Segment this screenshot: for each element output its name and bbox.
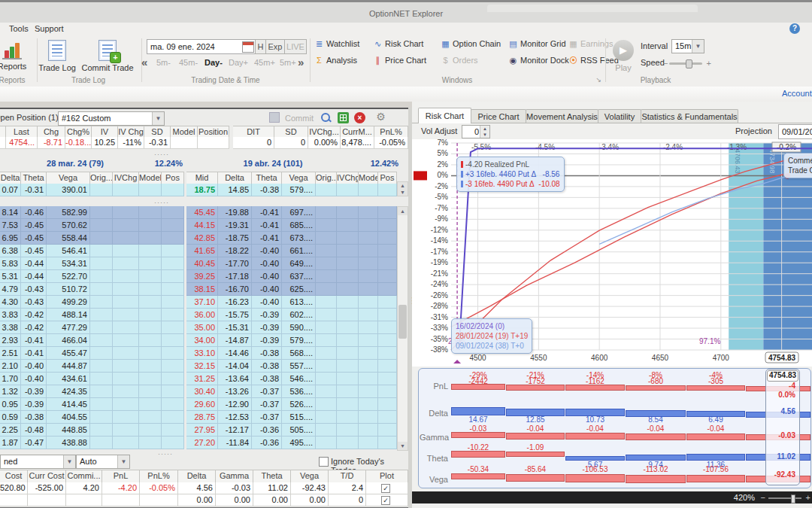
chain-row-left[interactable]: 2.10-0.40444.87 [0, 360, 184, 373]
chain-row-left[interactable]: 0.59-0.38404.55 [0, 411, 184, 424]
chain-row-right[interactable]: 37.10-16.23-0.40613.... [186, 296, 397, 309]
tab-statistics-fundamentals[interactable]: Statistics & Fundamentals [641, 109, 738, 123]
chain-row-left[interactable]: 5.83-0.44534.31 [0, 257, 184, 270]
zoom-slider[interactable] [768, 497, 801, 499]
chain-row-left[interactable]: 8.14-0.46582.99 [0, 206, 184, 219]
tab-risk-chart[interactable]: Risk Chart [418, 108, 471, 123]
export-grid-icon[interactable] [338, 112, 349, 123]
splitter-handle[interactable]: ····· [154, 199, 169, 206]
chain-row-right[interactable]: 29.60-12.90-0.37526.... [186, 398, 397, 411]
scroll-down-icon[interactable]: ▼ [398, 442, 408, 450]
greek-value: -0.04 [693, 424, 738, 433]
chain-row-right[interactable]: 27.95-12.17-0.36505.... [186, 424, 397, 437]
zoom-slider-thumb[interactable] [791, 494, 795, 503]
chain-row-right[interactable]: 32.15-14.04-0.38557.... [186, 360, 397, 373]
menu-item-support[interactable]: Support [32, 24, 67, 33]
scrollbar-thumb[interactable] [398, 305, 407, 339]
chain-row-right[interactable]: 44.15-19.31-0.41685.... [186, 219, 397, 232]
commit-button[interactable]: Commit [269, 112, 314, 123]
chain-row-right[interactable]: 34.00-14.87-0.39579.... [186, 334, 397, 347]
svg-text:-17%: -17% [431, 248, 448, 256]
tab-price-chart[interactable]: Price Chart [471, 109, 526, 123]
vol-adjust-spinner[interactable]: 0 ▲▼ [462, 125, 490, 138]
strategy-select[interactable]: ned ▼ [0, 455, 76, 469]
chain-row-right[interactable]: 33.10-14.46-0.38568.... [186, 347, 397, 360]
position-row-left[interactable]: 0.07-0.31390.01 [0, 184, 184, 196]
table-cell: 404.55 [47, 411, 90, 424]
window-title: OptionNET Explorer [0, 9, 812, 18]
column-header: Model [359, 172, 378, 184]
plot-checkbox[interactable]: ✓ [381, 496, 390, 505]
chain-scrollbar[interactable]: ▲ ▼ [397, 206, 408, 451]
chain-row-left[interactable]: 0.95-0.39414.45 [0, 398, 184, 411]
chain-row-left[interactable]: 3.38-0.42477.29 [0, 321, 184, 334]
tab-volatility[interactable]: Volatility [598, 109, 641, 123]
table-cell: 673.... [282, 232, 316, 245]
plot-checkbox[interactable]: ✓ [381, 484, 390, 493]
chain-row-right[interactable]: 35.00-15.31-0.39590.... [186, 321, 397, 334]
chain-row-left[interactable]: 2.25-0.48448.85 [0, 424, 184, 437]
chain-row-left[interactable]: 1.32-0.39424.35 [0, 385, 184, 398]
chain-row-left[interactable]: 4.30-0.43499.29 [0, 296, 184, 309]
chain-row-left[interactable]: 7.53-0.45570.62 [0, 219, 184, 232]
table-cell [139, 219, 162, 232]
position-row-spinner[interactable]: ▲ ▼ [397, 181, 408, 196]
gear-icon[interactable]: ⚙ [375, 111, 386, 123]
scroll-up-icon[interactable]: ▲ [398, 207, 408, 215]
mode-select[interactable]: Auto ▼ [76, 455, 130, 469]
table-cell: 4.20 [66, 482, 102, 494]
table-cell [316, 437, 337, 449]
chain-row-left[interactable]: 1.70-0.40434.61 [0, 373, 184, 385]
windows-group: Windows ↘ [310, 35, 604, 86]
table-cell [359, 184, 378, 196]
table-cell: -14.87 [218, 334, 252, 347]
table-cell [378, 321, 397, 334]
position-row-right[interactable]: 18.7514.85-0.38579.... [186, 184, 397, 196]
chain-row-right[interactable]: 42.85-18.75-0.41673.... [186, 232, 397, 245]
column-header: Curr Cost [28, 470, 66, 483]
risk-chart[interactable]: 4706.434734.987%5%2%0%-2%-5%-7%-9%-12%-1… [412, 139, 812, 367]
chain-row-right[interactable]: 27.20-11.84-0.36495.... [186, 437, 397, 449]
svg-text:-7%: -7% [435, 204, 448, 212]
splitter-handle[interactable]: ····· [158, 450, 173, 458]
greek-value: 12.85 [513, 415, 558, 424]
position-select[interactable]: #162 Custom ▼ [58, 111, 165, 126]
chain-row-left[interactable]: 2.51-0.41455.47 [0, 347, 184, 360]
greek-value: 8.54 [633, 415, 678, 424]
table-cell: -92.43 [291, 482, 329, 494]
chain-row-left[interactable]: 6.95-0.45558.44 [0, 232, 184, 245]
chain-row-right[interactable]: 40.45-17.70-0.40649.... [186, 257, 397, 270]
context-menu-cut[interactable]: Comme Trade O [783, 153, 812, 178]
tab-movement-analysis[interactable]: Movement Analysis [526, 109, 598, 123]
splitter-handle[interactable]: ····· [154, 151, 169, 158]
zoom-in-icon[interactable]: + [806, 493, 810, 502]
chain-row-left[interactable]: 1.87-0.47438.88 [0, 437, 184, 449]
chain-row-right[interactable]: 38.15-16.70-0.40625.... [186, 283, 397, 296]
chain-row-right[interactable]: 30.40-13.26-0.37536.... [186, 385, 397, 398]
column-header: Pos [162, 172, 184, 184]
chain-row-left[interactable]: 3.83-0.42488.14 [0, 309, 184, 321]
chain-row-right[interactable]: 45.45-19.88-0.41697.... [186, 206, 397, 219]
ignore-trades-checkbox[interactable] [319, 457, 329, 467]
chain-row-left[interactable]: 4.79-0.43510.72 [0, 283, 184, 296]
projection-date-input[interactable]: 09/01/202 [778, 124, 812, 139]
search-icon[interactable] [320, 112, 332, 123]
chain-row-left[interactable]: 6.38-0.45546.41 [0, 245, 184, 257]
chain-row-right[interactable]: 31.25-13.64-0.38546.... [186, 373, 397, 385]
chain-row-right[interactable]: 41.65-18.22-0.40661.... [186, 245, 397, 257]
table-cell [90, 424, 113, 437]
chain-row-right[interactable]: 39.25-17.18-0.40637.... [186, 270, 397, 283]
chain-row-right[interactable]: 36.00-15.75-0.39602.... [186, 309, 397, 321]
help-icon[interactable]: ? [789, 23, 800, 34]
svg-text:97.1%: 97.1% [699, 337, 720, 345]
table-cell: 536.... [282, 385, 316, 398]
account-link[interactable]: Account [782, 89, 812, 98]
chain-row-left[interactable]: 2.93-0.41466.04 [0, 334, 184, 347]
dialog-launcher-icon[interactable]: ↘ [595, 76, 601, 84]
table-cell [162, 424, 184, 437]
chain-row-left[interactable]: 5.31-0.44522.70 [0, 270, 184, 283]
close-icon[interactable]: × [354, 112, 365, 123]
menu-item-tools[interactable]: Tools [6, 24, 32, 33]
zoom-out-icon[interactable]: − [761, 493, 765, 502]
chain-row-right[interactable]: 28.75-12.53-0.37515.... [186, 411, 397, 424]
